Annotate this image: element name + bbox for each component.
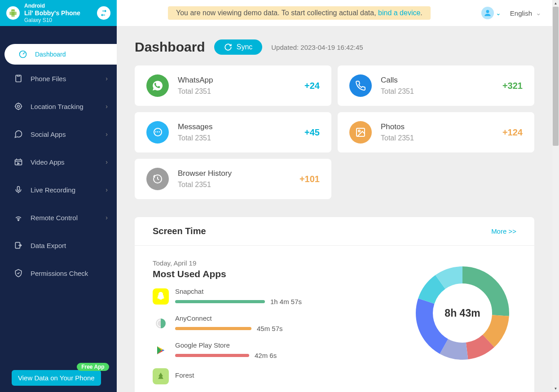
stat-card-message[interactable]: Messages Total 2351 +45: [135, 112, 331, 152]
app-icon: [153, 368, 169, 384]
nav-label: Permissions Check: [31, 270, 108, 277]
card-total: Total 2351: [381, 134, 493, 142]
app-time: 42m 6s: [255, 352, 277, 359]
nav-label: Data Export: [31, 242, 108, 249]
card-title: Browser History: [178, 169, 291, 178]
device-model: Galaxy S10: [24, 17, 92, 23]
app-row: Snapchat 1h 4m 57s: [153, 287, 382, 305]
banner-text: You are now viewing demo data. To start …: [176, 9, 378, 17]
sync-button[interactable]: Sync: [214, 39, 263, 55]
scroll-down-icon[interactable]: ▼: [552, 385, 559, 392]
app-row: Forest: [153, 368, 382, 384]
app-name: Google Play Store: [175, 341, 382, 349]
nav-phone-files[interactable]: Phone Files ›: [0, 65, 117, 92]
history-icon: [146, 168, 169, 190]
card-delta: +101: [299, 174, 320, 184]
device-name: Lil' Bobby's Phone: [24, 9, 92, 17]
today-label: Today, April 19: [153, 259, 382, 267]
stat-card-whatsapp[interactable]: WhatsApp Total 2351 +24: [135, 65, 331, 106]
device-os: Android: [24, 3, 92, 9]
sync-label: Sync: [237, 43, 253, 51]
usage-bar: [175, 354, 249, 357]
nav-label: Live Recording: [31, 186, 98, 194]
donut-total: 8h 43m: [445, 307, 480, 319]
app-row: AnyConnect 45m 57s: [153, 314, 382, 332]
device-header[interactable]: Android Lil' Bobby's Phone Galaxy S10: [0, 0, 117, 26]
usage-bar: [175, 300, 265, 303]
scrollbar-thumb[interactable]: [553, 7, 559, 146]
nav-social[interactable]: Social Apps ›: [0, 120, 117, 148]
app-row: Google Play Store 42m 6s: [153, 341, 382, 359]
nav-label: Dashboard: [35, 51, 108, 58]
svg-point-2: [18, 105, 20, 108]
nav-export[interactable]: Data Export: [0, 231, 117, 259]
topbar: You are now viewing demo data. To start …: [117, 0, 552, 26]
more-link[interactable]: More >>: [491, 227, 516, 235]
card-title: WhatsApp: [178, 76, 295, 85]
view-data-button[interactable]: View Data on Your Phone: [12, 370, 101, 386]
card-delta: +124: [502, 127, 523, 138]
mic-icon: [13, 185, 23, 195]
stat-card-phone[interactable]: Calls Total 2351 +321: [338, 65, 534, 106]
demo-banner: You are now viewing demo data. To start …: [168, 6, 431, 20]
svg-rect-5: [18, 187, 20, 191]
page-title: Dashboard: [135, 39, 205, 55]
android-icon: [6, 6, 20, 20]
nav-label: Video Apps: [31, 158, 98, 166]
whatsapp-icon: [146, 74, 169, 97]
chevron-right-icon: ›: [106, 75, 108, 82]
svg-point-10: [358, 130, 360, 132]
stat-card-photo[interactable]: Photos Total 2351 +124: [338, 112, 534, 152]
nav-permissions[interactable]: Permissions Check: [0, 259, 117, 287]
remote-icon: [13, 213, 23, 222]
sidebar: Android Lil' Bobby's Phone Galaxy S10 Da…: [0, 0, 117, 392]
scroll-up-icon[interactable]: ▲: [552, 0, 559, 7]
phone-icon: [349, 74, 372, 97]
photo-icon: [349, 121, 372, 144]
apps-list: Snapchat 1h 4m 57s AnyConnect 45m 57s Go…: [153, 287, 382, 384]
chat-icon: [13, 129, 23, 139]
nav-label: Social Apps: [31, 131, 98, 138]
app-icon: [153, 315, 169, 331]
dashboard-icon: [18, 49, 28, 59]
language-selector[interactable]: English ⌄: [510, 9, 541, 17]
app-icon: [153, 342, 169, 358]
location-icon: [13, 101, 23, 111]
nav-live[interactable]: Live Recording ›: [0, 176, 117, 204]
app-time: 1h 4m 57s: [270, 298, 302, 305]
nav: Dashboard Phone Files › Location Trackin…: [0, 26, 117, 287]
card-title: Calls: [381, 76, 493, 85]
nav-remote[interactable]: Remote Control ›: [0, 204, 117, 231]
export-icon: [13, 240, 23, 250]
stat-card-history[interactable]: Browser History Total 2351 +101: [135, 159, 331, 199]
chevron-right-icon: ›: [106, 186, 108, 193]
panel-title: Screen Time: [153, 226, 206, 236]
app-name: Snapchat: [175, 287, 382, 295]
stats-cards: WhatsApp Total 2351 +24 Calls Total 2351…: [135, 65, 534, 199]
chevron-down-icon: ⌄: [536, 9, 541, 17]
shield-icon: [13, 268, 23, 278]
free-badge: Free App: [77, 363, 109, 371]
usage-bar: [175, 327, 251, 330]
chevron-right-icon: ›: [106, 103, 108, 110]
svg-point-6: [18, 220, 19, 221]
scrollbar[interactable]: ▲ ▼: [552, 0, 559, 392]
card-delta: +321: [502, 81, 523, 91]
nav-dashboard[interactable]: Dashboard: [4, 44, 117, 65]
nav-location[interactable]: Location Tracking ›: [0, 92, 117, 120]
card-title: Photos: [381, 122, 493, 131]
user-avatar-icon: [481, 7, 494, 19]
most-used-title: Most Used Apps: [153, 269, 382, 279]
switch-device-icon[interactable]: [97, 6, 110, 20]
user-menu[interactable]: ⌄: [481, 7, 501, 19]
card-title: Messages: [178, 122, 295, 131]
device-info: Android Lil' Bobby's Phone Galaxy S10: [24, 3, 92, 23]
nav-label: Remote Control: [31, 214, 98, 222]
app-time: 45m 57s: [257, 325, 283, 332]
nav-video[interactable]: Video Apps ›: [0, 148, 117, 176]
card-total: Total 2351: [178, 87, 295, 96]
sync-icon: [224, 43, 232, 51]
app-name: AnyConnect: [175, 314, 382, 322]
message-icon: [146, 121, 169, 144]
bind-device-link[interactable]: bind a device: [378, 9, 420, 17]
